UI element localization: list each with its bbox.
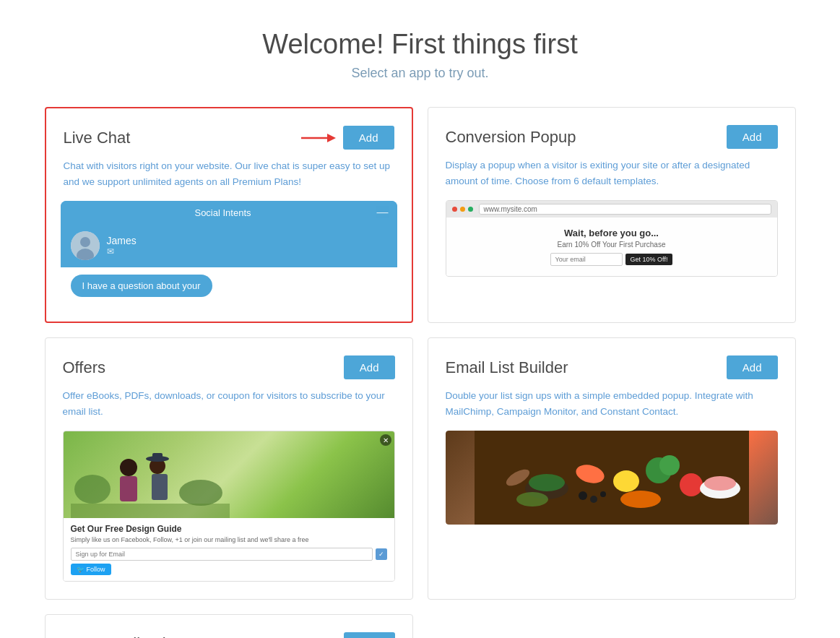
chat-minimize-icon: — (377, 207, 389, 218)
agent-email-icon: ✉ (107, 246, 137, 257)
browser-dot-green (468, 207, 473, 212)
svg-point-18 (529, 474, 565, 491)
user-feedback-card: User Feedback Add (45, 614, 413, 638)
page-subtitle: Select an app to try out. (43, 66, 797, 81)
user-feedback-card-header: User Feedback Add (63, 632, 395, 638)
svg-rect-12 (152, 474, 168, 500)
offers-check-icon: ✓ (376, 548, 387, 560)
live-chat-card-header: Live Chat Add (64, 126, 394, 150)
offers-headline: Get Our Free Design Guide (71, 524, 387, 534)
twitter-icon: 🐦 (77, 566, 85, 573)
email-list-builder-card: Email List Builder Add Double your list … (428, 337, 796, 600)
offers-close-icon[interactable]: ✕ (380, 434, 391, 446)
email-builder-preview (446, 431, 778, 525)
offers-signup-row: ✓ (71, 548, 387, 561)
agent-avatar (71, 231, 100, 260)
chat-agent-bar: James ✉ (61, 224, 397, 267)
agent-avatar-icon (71, 231, 100, 260)
svg-point-25 (704, 476, 736, 491)
svg-point-26 (579, 491, 587, 500)
popup-cta-button[interactable]: Get 10% Off! (625, 254, 673, 265)
svg-point-27 (590, 496, 597, 503)
email-list-builder-description: Double your list sign ups with a simple … (446, 388, 778, 419)
live-chat-preview: Social Intents — James ✉ I h (61, 201, 397, 304)
popup-title: Wait, before you go... (456, 228, 767, 238)
email-list-builder-title: Email List Builder (446, 358, 568, 377)
svg-marker-1 (327, 134, 336, 142)
offers-preview: ✕ Get Our Free Design Guide Simply like … (63, 431, 395, 582)
offers-email-input[interactable] (71, 548, 373, 561)
chat-brand-name: Social Intents (69, 207, 377, 218)
offers-image: ✕ (64, 431, 394, 518)
food-image (446, 431, 778, 525)
svg-point-22 (659, 455, 680, 475)
browser-bar: www.mysite.com (446, 201, 777, 217)
user-feedback-title: User Feedback (63, 634, 170, 638)
offers-content: Get Our Free Design Guide Simply like us… (64, 518, 394, 581)
offers-description: Offer eBooks, PDFs, downloads, or coupon… (63, 388, 395, 419)
chat-message: I have a question about your (71, 275, 212, 297)
browser-dot-yellow (460, 207, 465, 212)
svg-rect-10 (120, 476, 137, 501)
offers-follow-button[interactable]: 🐦 Follow (71, 564, 111, 575)
offers-title: Offers (63, 358, 106, 377)
live-chat-description: Chat with visitors right on your website… (64, 158, 394, 189)
browser-dot-red (452, 207, 457, 212)
conversion-popup-add-button[interactable]: Add (727, 125, 778, 149)
agent-info: James ✉ (107, 235, 137, 257)
couple-silhouette-icon (71, 431, 230, 518)
food-illustration-icon (446, 431, 778, 525)
user-feedback-add-button[interactable]: Add (344, 632, 395, 638)
svg-point-30 (516, 492, 548, 506)
offers-follow-label: Follow (87, 566, 105, 573)
bottom-grid: User Feedback Add (45, 614, 796, 638)
arrow-icon (301, 129, 336, 147)
app-grid: Live Chat Add Chat with visitors right o… (45, 107, 796, 600)
conversion-popup-preview: www.mysite.com Wait, before you go... Ea… (446, 200, 778, 277)
email-list-builder-card-header: Email List Builder Add (446, 355, 778, 379)
conversion-popup-card-header: Conversion Popup Add (446, 125, 778, 149)
svg-point-9 (120, 459, 137, 476)
popup-email-input[interactable] (550, 253, 623, 266)
popup-subtitle: Earn 10% Off Your First Purchase (456, 241, 767, 249)
offers-card: Offers Add Offer eBooks, PDFs, downloads… (45, 337, 413, 600)
svg-point-23 (680, 473, 703, 496)
popup-overlay: Wait, before you go... Earn 10% Off Your… (446, 217, 777, 276)
live-chat-title: Live Chat (64, 129, 131, 147)
agent-name: James (107, 235, 137, 246)
conversion-popup-title: Conversion Popup (446, 128, 576, 147)
svg-rect-14 (152, 453, 163, 460)
email-list-builder-add-button[interactable]: Add (727, 355, 778, 379)
svg-point-29 (620, 491, 661, 508)
svg-point-6 (74, 475, 111, 504)
conversion-popup-card: Conversion Popup Add Display a popup whe… (428, 107, 796, 323)
browser-url: www.mysite.com (479, 204, 771, 215)
svg-point-20 (613, 470, 639, 492)
chat-header: Social Intents — (61, 201, 397, 224)
conversion-popup-description: Display a popup when a visitor is exitin… (446, 158, 778, 189)
live-chat-card: Live Chat Add Chat with visitors right o… (45, 107, 413, 323)
chat-body: I have a question about your (61, 267, 397, 304)
svg-rect-8 (71, 504, 230, 518)
offers-card-header: Offers Add (63, 355, 395, 379)
offers-desc: Simply like us on Facebook, Follow, +1 o… (71, 535, 387, 545)
page-title: Welcome! First things first (43, 29, 797, 60)
popup-email-row: Get 10% Off! (456, 253, 767, 266)
svg-point-3 (80, 237, 90, 247)
live-chat-add-button[interactable]: Add (343, 126, 394, 150)
svg-point-28 (600, 491, 606, 497)
svg-point-7 (179, 480, 222, 506)
page-header: Welcome! First things first Select an ap… (43, 29, 797, 81)
offers-add-button[interactable]: Add (344, 355, 395, 379)
